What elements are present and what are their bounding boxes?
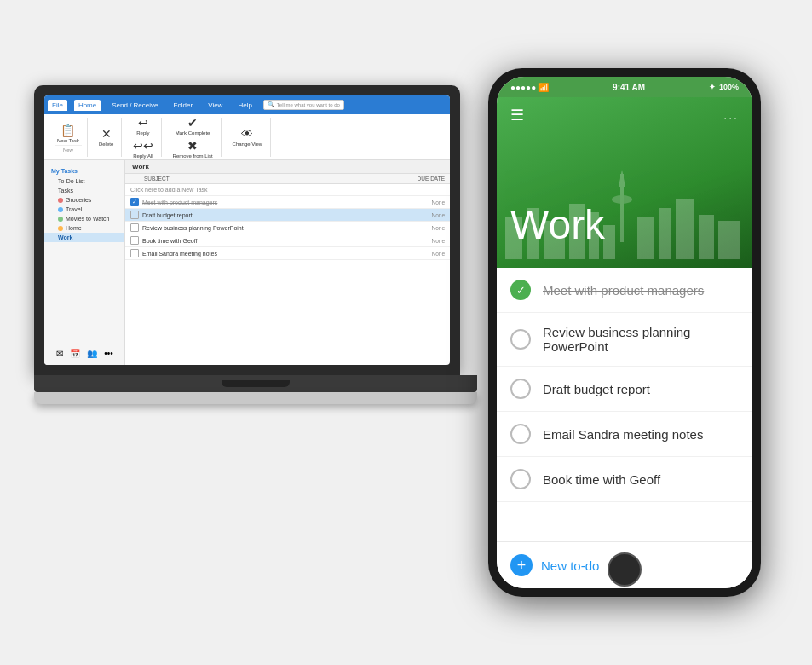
- tasks-columns: SUBJECT DUE DATE: [125, 174, 450, 184]
- task-circle-4[interactable]: [510, 469, 531, 489]
- phone-home-button[interactable]: [608, 552, 642, 587]
- task-add-row[interactable]: Click here to add a New Task: [125, 184, 450, 196]
- task-label-4: Email Sandra meeting notes: [142, 251, 412, 257]
- hamburger-icon[interactable]: ☰: [510, 106, 524, 124]
- search-icon: 🔍: [268, 101, 275, 108]
- sidebar-todo-label: To-Do List: [58, 178, 85, 184]
- plus-icon: +: [510, 554, 533, 576]
- phone: ●●●●● 📶 9:41 AM ✦ 100%: [488, 68, 761, 597]
- sidebar-groceries-label: Groceries: [66, 197, 91, 203]
- laptop-body: File Home Send / Receive Folder View Hel…: [34, 85, 460, 375]
- task-due-0: None: [412, 200, 445, 205]
- remove-list-button[interactable]: ✖ Remove from List: [170, 137, 216, 160]
- list-item[interactable]: Draft budget report: [497, 367, 752, 412]
- new-task-button[interactable]: 📋 New Task: [55, 122, 82, 145]
- ribbon-tab-file[interactable]: File: [48, 100, 67, 111]
- outlook-sidebar: My Tasks To-Do List Tasks Groceries: [44, 160, 125, 365]
- task-circle-2[interactable]: [510, 379, 531, 399]
- list-item[interactable]: Email Sandra meeting notes: [497, 412, 752, 457]
- sidebar-item-travel[interactable]: Travel: [44, 205, 124, 214]
- people-icon[interactable]: 👥: [87, 349, 97, 358]
- task-checkbox-3[interactable]: [130, 236, 139, 245]
- toolbar-group-delete: ✕ Delete: [91, 118, 122, 157]
- task-checkbox-4[interactable]: [130, 249, 139, 257]
- change-view-button[interactable]: 👁 Change View: [230, 125, 266, 148]
- sidebar-item-tasks[interactable]: Tasks: [44, 186, 124, 195]
- status-left: ●●●●● 📶: [510, 83, 549, 92]
- new-task-icon: 📋: [61, 124, 75, 137]
- task-circle-3[interactable]: [510, 424, 531, 444]
- my-tasks-header[interactable]: My Tasks: [44, 165, 124, 176]
- sidebar-item-work[interactable]: Work: [44, 233, 124, 242]
- mark-complete-button[interactable]: ✔ Mark Complete: [173, 114, 213, 137]
- phone-task-label-1: Review business planning PowerPoint: [543, 325, 739, 354]
- table-row[interactable]: ✓ Meet with product managers None: [125, 196, 450, 209]
- laptop-screen: File Home Send / Receive Folder View Hel…: [44, 95, 450, 365]
- outlook-ribbon: File Home Send / Receive Folder View Hel…: [44, 95, 450, 114]
- delete-icon: ✕: [100, 127, 113, 141]
- ribbon-tab-folder[interactable]: Folder: [170, 100, 198, 111]
- sidebar-item-todo[interactable]: To-Do List: [44, 176, 124, 186]
- table-row[interactable]: Review business planning PowerPoint None: [125, 222, 450, 234]
- sidebar-travel-label: Travel: [66, 206, 82, 212]
- home-dot: [58, 226, 63, 231]
- phone-body: ●●●●● 📶 9:41 AM ✦ 100%: [488, 68, 761, 597]
- new-todo-label: New to-do: [541, 558, 599, 573]
- table-row[interactable]: Email Sandra meeting notes None: [125, 247, 450, 260]
- table-row[interactable]: Book time with Geoff None: [125, 234, 450, 247]
- task-checkbox-2[interactable]: [130, 223, 139, 232]
- sidebar-tasks-label: Tasks: [58, 188, 73, 194]
- ribbon-search-text: Tell me what you want to do: [277, 102, 340, 107]
- movies-dot: [58, 217, 63, 222]
- svg-marker-1: [619, 170, 625, 187]
- laptop-notch: [222, 380, 290, 387]
- calendar-icon[interactable]: 📅: [70, 349, 80, 358]
- list-item[interactable]: ✓ Meet with product managers: [497, 268, 752, 313]
- task-circle-0[interactable]: ✓: [510, 280, 531, 300]
- list-item[interactable]: Review business planning PowerPoint: [497, 313, 752, 367]
- mail-icon[interactable]: ✉: [56, 349, 63, 358]
- sidebar-item-home[interactable]: Home: [44, 223, 124, 233]
- reply-button[interactable]: ↩ Reply: [134, 114, 153, 137]
- phone-task-label-2: Draft budget report: [543, 382, 650, 396]
- phone-task-label-4: Book time with Geoff: [543, 472, 660, 487]
- phone-nav-bar: ☰ ...: [510, 106, 739, 124]
- task-checkbox-1[interactable]: [130, 211, 139, 219]
- task-label-1: Draft budget report: [142, 212, 412, 218]
- tasks-header: Work: [125, 160, 450, 174]
- ribbon-tab-view[interactable]: View: [204, 100, 227, 111]
- task-circle-1[interactable]: [510, 329, 531, 350]
- task-checkbox-0[interactable]: ✓: [130, 198, 139, 206]
- col-subject-header: SUBJECT: [144, 176, 411, 182]
- toolbar-group-view: 👁 Change View: [225, 118, 272, 157]
- delete-button[interactable]: ✕ Delete: [96, 125, 116, 148]
- list-item[interactable]: Book time with Geoff: [497, 457, 752, 502]
- wifi-icon: 📶: [538, 83, 549, 92]
- sidebar-work-label: Work: [58, 234, 72, 240]
- battery-indicator: 100%: [719, 83, 739, 91]
- toolbar-group-new-label: New: [55, 145, 82, 153]
- view-icon: 👁: [240, 127, 254, 141]
- ribbon-tab-home[interactable]: Home: [74, 100, 101, 111]
- status-right: ✦ 100%: [709, 83, 739, 91]
- travel-dot: [58, 207, 63, 212]
- task-due-1: None: [412, 212, 445, 218]
- ribbon-search[interactable]: 🔍 Tell me what you want to do: [263, 100, 344, 110]
- more-icon[interactable]: •••: [104, 349, 113, 358]
- table-row[interactable]: Draft budget report None: [125, 209, 450, 222]
- task-due-3: None: [412, 238, 445, 244]
- col-date-header: DUE DATE: [411, 176, 445, 182]
- toolbar-group-manage: ✔ Mark Complete ✖ Remove from List: [165, 118, 222, 157]
- more-options-icon[interactable]: ...: [723, 108, 739, 122]
- sidebar-item-groceries[interactable]: Groceries: [44, 195, 124, 205]
- col-check-header: [130, 176, 144, 182]
- phone-title-area: Work: [510, 205, 739, 259]
- phone-title: Work: [510, 205, 739, 246]
- phone-header: ☰ ... Work: [497, 97, 752, 268]
- sidebar-bottom-icons: ✉ 📅 👥 •••: [44, 349, 125, 358]
- phone-screen: ●●●●● 📶 9:41 AM ✦ 100%: [497, 77, 752, 588]
- ribbon-tab-help[interactable]: Help: [233, 100, 256, 111]
- ribbon-tab-send[interactable]: Send / Receive: [107, 100, 162, 111]
- reply-all-button[interactable]: ↩↩ Reply All: [130, 137, 155, 160]
- sidebar-item-movies[interactable]: Movies to Watch: [44, 214, 124, 223]
